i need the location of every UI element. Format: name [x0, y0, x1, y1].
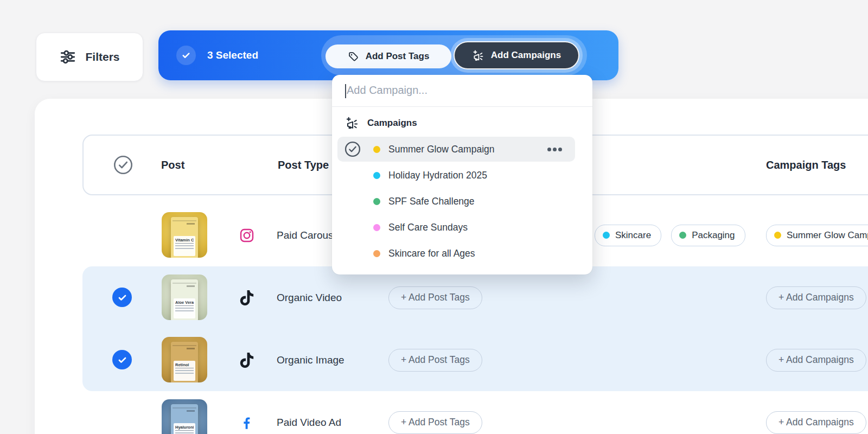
campaign-color-dot [373, 224, 380, 231]
campaign-tags-cell: + Add Campaigns [766, 329, 866, 391]
post-tags-cell: + Add Post Tags [388, 329, 482, 391]
add-post-tags-button[interactable]: + Add Post Tags [388, 349, 482, 372]
campaign-search-input[interactable] [332, 75, 592, 105]
campaign-dropdown: Campaigns Summer Glow CampaignHoliday Hy… [332, 75, 592, 275]
add-campaigns-label: Add Campaigns [491, 50, 561, 61]
post-thumbnail[interactable]: Hyaluronic Acid [162, 399, 207, 434]
tag-label: Summer Glow Campaign [787, 230, 868, 241]
post_tag-pill[interactable]: Packaging [671, 225, 745, 246]
product-name: Retinol [175, 362, 194, 368]
campaign-option[interactable]: Skincare for all Ages [337, 241, 579, 266]
campaign-option-label: Skincare for all Ages [388, 241, 475, 266]
tiktok-icon [239, 290, 255, 306]
divider [332, 106, 592, 107]
selected-check-icon [176, 46, 196, 65]
post-tags-cell: + Add Post Tags [388, 391, 482, 434]
column-header-campaign-tags: Campaign Tags [766, 136, 846, 194]
check-circle-icon [344, 141, 361, 157]
add-campaigns-button[interactable]: + Add Campaigns [766, 349, 866, 372]
product-pouch: Aloe Vera [171, 279, 198, 320]
megaphone-plus-icon [345, 116, 359, 130]
post-type-label: Organic Video [277, 266, 342, 329]
campaign-option[interactable]: Holiday Hydration 2025 [337, 163, 579, 188]
campaigns-section-label: Campaigns [367, 118, 417, 129]
add-campaigns-button[interactable]: Add Campaigns [454, 41, 579, 69]
tag-label: Skincare [615, 230, 651, 241]
campaign-color-dot [373, 250, 380, 257]
campaign-tags-cell: + Add Campaigns [766, 391, 866, 434]
post-tags-cell: SkincarePackaging [595, 204, 745, 266]
product-pouch: Hyaluronic Acid [171, 404, 198, 434]
add-post-tags-label: Add Post Tags [366, 51, 430, 62]
campaign-option-list: Summer Glow CampaignHoliday Hydration 20… [332, 137, 592, 267]
row-checkbox[interactable] [112, 288, 132, 307]
selection-toolbar: 3 Selected Add Post Tags Add Campaigns [158, 30, 618, 80]
campaign-option-label: Summer Glow Campaign [388, 137, 494, 162]
post_tag-pill[interactable]: Skincare [595, 225, 661, 246]
filters-button[interactable]: Filters [36, 33, 143, 81]
page: Filters 3 Selected Add Post Tags Add Cam… [0, 0, 868, 434]
tag-label: Packaging [692, 230, 735, 241]
post-thumbnail[interactable]: Aloe Vera [162, 275, 207, 320]
product-name: Aloe Vera [175, 300, 194, 306]
tag-color-dot [603, 232, 610, 239]
campaign-color-dot [373, 172, 380, 179]
post-thumbnail[interactable]: Retinol [162, 337, 207, 382]
post-thumbnail[interactable]: Vitamin C [162, 212, 207, 258]
campaign-tags-cell: + Add Campaigns [766, 266, 866, 329]
text-caret [345, 84, 346, 98]
campaign_tag-pill[interactable]: Summer Glow Campaign [766, 225, 868, 246]
sliders-icon [59, 48, 76, 66]
row-checkbox[interactable] [112, 225, 132, 245]
select-all-checkbox[interactable] [113, 155, 133, 175]
filters-label: Filters [85, 50, 119, 63]
add-post-tags-button[interactable]: + Add Post Tags [388, 286, 482, 309]
add-post-tags-button[interactable]: Add Post Tags [326, 44, 451, 68]
tiktok-icon [239, 352, 255, 368]
campaign-option[interactable]: Self Care Sundays [337, 215, 579, 240]
product-pouch: Retinol [171, 342, 198, 382]
campaign-color-dot [373, 198, 380, 205]
post-type-label: Organic Image [277, 329, 344, 391]
table-row[interactable]: RetinolOrganic Image+ Add Post Tags+ Add… [82, 329, 868, 391]
add-campaigns-button[interactable]: + Add Campaigns [766, 286, 866, 309]
ellipsis-menu-icon[interactable] [547, 137, 562, 162]
product-name: Vitamin C [175, 238, 194, 244]
post-type-label: Paid Video Ad [277, 391, 341, 434]
table-row[interactable]: Aloe VeraOrganic Video+ Add Post Tags+ A… [82, 266, 868, 329]
selected-count: 3 Selected [207, 30, 258, 80]
add-post-tags-button[interactable]: + Add Post Tags [388, 411, 482, 434]
product-pouch: Vitamin C [171, 217, 198, 258]
add-campaigns-button[interactable]: + Add Campaigns [766, 411, 866, 434]
column-header-post-type: Post Type [278, 136, 329, 194]
campaign-option-label: Self Care Sundays [388, 215, 468, 240]
campaign-color-dot [373, 146, 380, 153]
table-row[interactable]: Hyaluronic AcidPaid Video Ad+ Add Post T… [82, 391, 868, 434]
campaigns-section-header: Campaigns [345, 116, 417, 130]
row-checkbox[interactable] [112, 350, 132, 369]
campaign-option-label: Holiday Hydration 2025 [388, 163, 487, 188]
megaphone-plus-icon [472, 49, 484, 62]
post-tags-cell: + Add Post Tags [388, 266, 482, 329]
instagram-icon [239, 227, 255, 244]
campaign-option[interactable]: Summer Glow Campaign [337, 137, 575, 162]
tag-color-dot [774, 232, 781, 239]
facebook-icon [239, 414, 255, 431]
campaign-tags-cell: Summer Glow Campaign [766, 204, 868, 266]
row-checkbox[interactable] [112, 412, 132, 432]
campaign-option-label: SPF Safe Challenge [388, 189, 475, 214]
tag-icon [348, 51, 359, 62]
tag-color-dot [679, 232, 686, 239]
product-name: Hyaluronic Acid [175, 425, 194, 431]
column-header-post: Post [161, 136, 184, 194]
campaign-option[interactable]: SPF Safe Challenge [337, 189, 579, 214]
